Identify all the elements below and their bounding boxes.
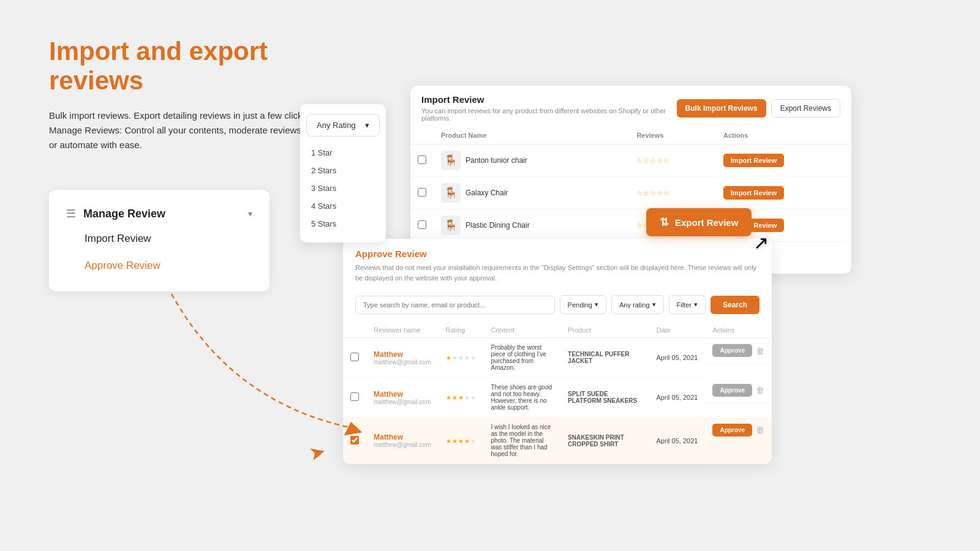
- star-rating: ★★★: [446, 394, 464, 401]
- col-reviewer: Reviewer name: [366, 323, 439, 338]
- row-checkbox[interactable]: [418, 156, 426, 164]
- product-name: SPLIT SUEDE PLATFORM SNEAKERS: [568, 391, 641, 404]
- product-image: 🪑: [441, 216, 461, 235]
- import-panel-title: Import Review: [421, 94, 677, 105]
- pending-label: Pending: [568, 301, 592, 309]
- product-name: Galaxy Chair: [466, 189, 508, 197]
- table-row: Matthew matthew@gmail.com ★★★★★ I wish I…: [343, 418, 772, 464]
- star-rating: ★: [446, 354, 452, 361]
- chevron-down-icon: ▾: [694, 301, 698, 309]
- star-rating: ☆☆☆☆☆: [636, 157, 670, 164]
- rating-label: Any rating: [619, 301, 650, 309]
- star-rating: ★★★★: [446, 438, 470, 444]
- review-date: April 05, 2021: [649, 338, 706, 378]
- col-product: Product: [560, 323, 649, 338]
- rating-filter-select[interactable]: Any rating ▾: [611, 295, 664, 314]
- menu-manage-review[interactable]: ☰ Manage Review ▾: [66, 202, 252, 225]
- rating-trigger-label: Any Rating: [317, 121, 356, 130]
- import-review-button[interactable]: Import Review: [723, 154, 784, 167]
- table-row: 🪑Galaxy Chair ☆☆☆☆☆ Import Review: [410, 177, 851, 209]
- delete-icon[interactable]: 🗑: [756, 425, 764, 435]
- col-actions: Actions: [705, 323, 772, 338]
- review-content: I wish I looked as nice as the model in …: [484, 418, 561, 464]
- reviewer-name: Matthew: [374, 350, 431, 359]
- chevron-down-icon: ▾: [652, 301, 656, 309]
- reviewer-email: matthew@gmail.com: [374, 441, 431, 448]
- table-row: Matthew matthew@gmail.com ★★★★★ Probably…: [343, 338, 772, 378]
- star-empty: ★: [470, 438, 477, 444]
- import-panel-subtitle: You can import reviews for any product f…: [421, 107, 677, 122]
- review-content: Probably the worst piece of clothing I'v…: [484, 338, 561, 378]
- export-review-badge[interactable]: ⇅ Export Review: [646, 208, 752, 236]
- approve-button[interactable]: Approve: [712, 384, 752, 397]
- import-review-button[interactable]: Import Review: [723, 186, 784, 200]
- export-reviews-button[interactable]: Export Reviews: [771, 99, 840, 118]
- product-image: 🪑: [441, 151, 461, 170]
- product-name: Panton tunior chair: [466, 156, 527, 165]
- col-reviews: Reviews: [629, 127, 716, 144]
- reviewer-name: Matthew: [374, 390, 431, 399]
- row-checkbox[interactable]: [350, 392, 359, 401]
- product-name: Plastic Dining Chair: [466, 221, 530, 230]
- reviewer-name: Matthew: [374, 433, 431, 441]
- delete-icon[interactable]: 🗑: [756, 346, 764, 356]
- reviewer-email: matthew@gmail.com: [374, 359, 431, 365]
- chevron-down-icon: ▾: [248, 209, 252, 219]
- row-checkbox[interactable]: [418, 188, 426, 197]
- rating-dropdown-card: Any Rating ▾ 1 Star 2 Stars 3 Stars 4 St…: [300, 104, 386, 242]
- approve-review-panel: Approve Review Reviews that do not meet …: [343, 239, 772, 464]
- approve-button[interactable]: Approve: [712, 344, 752, 357]
- star-empty: ★★★★: [452, 354, 477, 361]
- rating-option-2stars[interactable]: 2 Stars: [300, 162, 386, 179]
- export-arrows-icon: ⇅: [660, 216, 669, 229]
- menu-import-review[interactable]: Import Review: [66, 225, 252, 252]
- export-review-label: Export Review: [675, 217, 738, 228]
- reviewer-email: matthew@gmail.com: [374, 399, 431, 405]
- col-actions: Actions: [716, 127, 851, 144]
- delete-icon[interactable]: 🗑: [756, 385, 764, 395]
- page-description: Bulk import reviews. Export detailing re…: [49, 108, 343, 152]
- menu-card: ☰ Manage Review ▾ Import Review Approve …: [49, 190, 270, 291]
- product-image: 🪑: [441, 183, 461, 203]
- review-date: April 05, 2021: [649, 378, 706, 418]
- col-product-name: Product Name: [434, 127, 629, 144]
- menu-icon: ☰: [66, 207, 76, 220]
- approve-filters: Pending ▾ Any rating ▾ Filter ▾ Search: [343, 289, 772, 323]
- menu-approve-review[interactable]: Approve Review: [66, 252, 252, 279]
- bulk-import-button[interactable]: Bulk Import Reviews: [677, 99, 766, 118]
- filter-label: Filter: [677, 301, 692, 309]
- approve-panel-title: Approve Review: [355, 249, 760, 259]
- chevron-down-icon: ▾: [595, 301, 598, 309]
- review-date: April 05, 2021: [649, 418, 706, 464]
- rating-option-4stars[interactable]: 4 Stars: [300, 197, 386, 215]
- rating-option-3stars[interactable]: 3 Stars: [300, 179, 386, 197]
- cursor-pointer-icon: ↗: [753, 232, 769, 253]
- rating-option-5stars[interactable]: 5 Stars: [300, 215, 386, 233]
- arrow-cursor-icon: ➤: [307, 439, 329, 466]
- row-checkbox[interactable]: [418, 220, 426, 229]
- rating-option-1star[interactable]: 1 Star: [300, 144, 386, 162]
- filter-select[interactable]: Filter ▾: [669, 295, 706, 314]
- approve-button[interactable]: Approve: [712, 424, 752, 437]
- pending-filter-select[interactable]: Pending ▾: [560, 295, 606, 314]
- page-title: Import and export reviews: [49, 37, 343, 96]
- review-content: These shoes are good and not too heavy. …: [484, 378, 561, 418]
- table-row: 🪑Panton tunior chair ☆☆☆☆☆ Import Review: [410, 144, 851, 177]
- approve-panel-subtitle: Reviews that do not meet your installati…: [355, 263, 760, 283]
- table-row: 🪑Plastic Dining Chair ☆☆☆☆☆ Import Revie…: [410, 209, 851, 242]
- rating-dropdown-trigger[interactable]: Any Rating ▾: [306, 114, 380, 137]
- col-date: Date: [649, 323, 706, 338]
- product-name: SNAKESKIN PRINT CROPPED SHIRT: [568, 434, 641, 448]
- search-button[interactable]: Search: [710, 296, 760, 314]
- search-input[interactable]: [355, 296, 555, 314]
- col-content: Content: [484, 323, 561, 338]
- menu-manage-label: Manage Review: [83, 208, 165, 220]
- row-checkbox[interactable]: [350, 353, 359, 361]
- approve-table: Reviewer name Rating Content Product Dat…: [343, 323, 772, 464]
- table-row: Matthew matthew@gmail.com ★★★★★ These sh…: [343, 378, 772, 418]
- row-checkbox[interactable]: [350, 436, 359, 444]
- star-empty: ★★: [464, 394, 477, 401]
- chevron-down-icon: ▾: [365, 121, 369, 130]
- export-review-overlay: ⇅ Export Review ↗: [646, 208, 752, 236]
- product-name: TECHNICAL PUFFER JACKET: [568, 351, 641, 364]
